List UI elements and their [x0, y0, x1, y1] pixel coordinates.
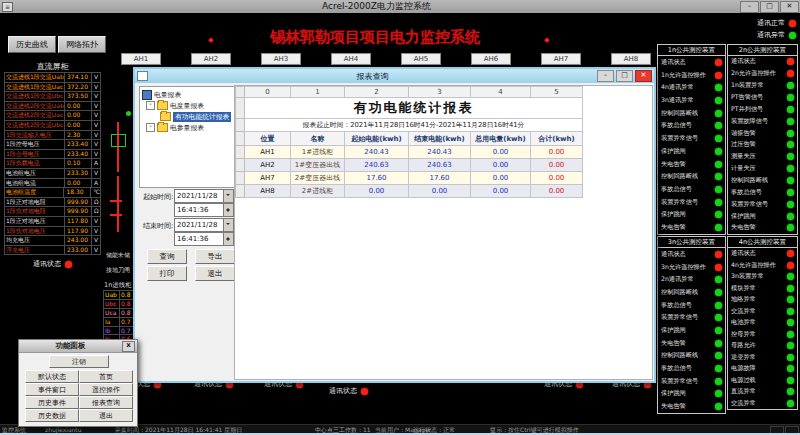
alarm-item[interactable]: 事故总信号 [658, 120, 725, 133]
logout-button[interactable]: 注销 [49, 355, 109, 368]
alarm-item[interactable]: 通讯状态 [728, 248, 797, 260]
report-column-header[interactable]: 总用电量(kwh) [471, 132, 531, 146]
alarm-item[interactable]: 过压告警 [728, 139, 797, 151]
window-close-button[interactable]: ✕ [780, 1, 799, 13]
exit-button[interactable]: 退出 [195, 266, 235, 281]
alarm-item[interactable]: 2n通讯异常 [658, 273, 725, 286]
dropdown-arrow-icon[interactable] [223, 190, 233, 202]
dialog-minimize-button[interactable]: – [597, 70, 614, 82]
spinner-arrows-icon[interactable] [223, 204, 233, 216]
alarm-item[interactable]: 直流异常 [728, 386, 797, 398]
alarm-item[interactable]: 失电告警 [728, 222, 797, 234]
alarm-item[interactable]: 装置异常信号 [658, 375, 725, 388]
report-column-header[interactable]: 起始电能(kwh) [345, 132, 409, 146]
window-maximize-button[interactable]: □ [760, 1, 779, 13]
function-panel-titlebar[interactable]: 功能面板 x [19, 340, 137, 353]
report-column-index[interactable]: 4 [471, 87, 531, 98]
alarm-item[interactable]: PT告警信号 [728, 92, 797, 104]
start-time-spinner[interactable]: 16:41:36 [174, 203, 234, 217]
alarm-item[interactable]: 交流异常 [728, 306, 797, 318]
alarm-item[interactable]: 3n允许遥控操作 [658, 261, 725, 274]
alarm-item[interactable]: 2n允许遥控操作 [728, 68, 797, 80]
alarm-item[interactable]: 3n通讯异常 [658, 94, 725, 107]
report-column-header[interactable]: 位置 [245, 132, 291, 146]
alarm-item[interactable]: 保护跳闸 [728, 210, 797, 222]
function-button-0[interactable]: 默认状态 [25, 370, 79, 383]
alarm-item[interactable]: 1n允许遥控操作 [658, 69, 725, 82]
alarm-item[interactable]: 逆变异常 [728, 352, 797, 364]
dialog-maximize-button[interactable]: □ [616, 70, 633, 82]
network-topology-button[interactable]: 网络拓扑 [58, 36, 106, 53]
function-panel-close-icon[interactable]: x [122, 341, 135, 352]
alarm-item[interactable]: 事故总信号 [728, 186, 797, 198]
report-column-index[interactable]: 1 [291, 87, 345, 98]
alarm-item[interactable]: 通讯状态 [728, 56, 797, 68]
alarm-item[interactable]: 事故总信号 [658, 362, 725, 375]
alarm-item[interactable]: 控制回路断线 [658, 107, 725, 120]
alarm-item[interactable]: 控制回路断线 [728, 175, 797, 187]
alarm-item[interactable]: 电源过载 [728, 375, 797, 387]
tree-node-parameter-reports[interactable]: 电参量报表 [140, 122, 235, 133]
alarm-item[interactable]: 电池异常 [728, 317, 797, 329]
alarm-item[interactable]: 保护跳闸 [658, 324, 725, 337]
function-button-5[interactable]: 报表查询 [79, 396, 133, 409]
report-data-row[interactable]: AH72#变压器出线17.6017.600.000.00 [236, 172, 583, 185]
alarm-item[interactable]: 测量失压 [728, 151, 797, 163]
report-column-header[interactable]: 结束电能(kwh) [409, 132, 471, 146]
report-column-index[interactable]: 0 [245, 87, 291, 98]
report-column-index[interactable]: 5 [531, 87, 583, 98]
alarm-item[interactable]: PT并列信号 [728, 103, 797, 115]
alarm-item[interactable]: 失电告警 [658, 221, 725, 234]
spinner-arrows-icon[interactable] [223, 233, 233, 245]
tree-node-energy-reports[interactable]: 电度量报表 [140, 100, 235, 111]
alarm-item[interactable]: 控母异常 [728, 329, 797, 341]
end-date-combo[interactable]: 2021/11/28 [174, 218, 234, 232]
tree-expand-icon[interactable] [146, 123, 155, 132]
query-button[interactable]: 查询 [147, 249, 187, 264]
alarm-item[interactable]: 事故总信号 [658, 183, 725, 196]
alarm-item[interactable]: 装置异常信号 [728, 198, 797, 210]
alarm-item[interactable]: 地络异常 [728, 294, 797, 306]
alarm-item[interactable]: 交流异常 [728, 398, 797, 410]
alarm-item[interactable]: 4n允许遥控操作 [728, 260, 797, 272]
end-time-spinner[interactable]: 16:41:36 [174, 232, 234, 246]
alarm-item[interactable]: 通讯状态 [658, 248, 725, 261]
function-button-6[interactable]: 历史数据 [25, 409, 79, 422]
alarm-item[interactable]: 4n通讯异常 [658, 81, 725, 94]
function-button-7[interactable]: 退出 [79, 409, 133, 422]
print-button[interactable]: 打印 [147, 266, 187, 281]
alarm-item[interactable]: 母路允许 [728, 340, 797, 352]
alarm-item[interactable]: 1n装置异常 [728, 80, 797, 92]
window-minimize-button[interactable]: – [740, 1, 759, 13]
alarm-item[interactable]: 控制回路断线 [658, 350, 725, 363]
alarm-item[interactable]: 失电告警 [658, 337, 725, 350]
report-column-header[interactable]: 名称 [291, 132, 345, 146]
dialog-close-button[interactable]: ✕ [635, 70, 652, 82]
history-curve-button[interactable]: 历史曲线 [8, 36, 56, 53]
alarm-item[interactable]: 保护跳闸 [658, 388, 725, 401]
alarm-item[interactable]: 装置异常信号 [658, 196, 725, 209]
alarm-item[interactable]: 控制回路断线 [658, 286, 725, 299]
alarm-item[interactable]: 控制回路断线 [658, 170, 725, 183]
start-date-combo[interactable]: 2021/11/28 [174, 189, 234, 203]
alarm-item[interactable]: 通讯状态 [658, 56, 725, 69]
tree-expand-icon[interactable] [146, 101, 155, 110]
alarm-item[interactable]: 3n装置异常 [728, 271, 797, 283]
tree-node-active-energy-report[interactable]: 有功电能统计报表 [140, 111, 235, 122]
function-button-2[interactable]: 事件窗口 [25, 383, 79, 396]
alarm-item[interactable]: 装置异常信号 [658, 132, 725, 145]
alarm-item[interactable]: 模块异常 [728, 283, 797, 295]
report-data-row[interactable]: AH21#变压器出线240.63240.630.000.00 [236, 159, 583, 172]
alarm-item[interactable]: 失电告警 [658, 158, 725, 171]
alarm-item[interactable]: 装置异常信号 [658, 311, 725, 324]
report-data-row[interactable]: AH82#进线柜0.000.000.000.00 [236, 185, 583, 198]
tree-node-root[interactable]: 电量报表 [140, 89, 235, 100]
function-button-4[interactable]: 历史事件 [25, 396, 79, 409]
alarm-item[interactable]: 装置故障信号 [728, 115, 797, 127]
report-column-index[interactable]: 2 [345, 87, 409, 98]
alarm-item[interactable]: 事故总信号 [658, 299, 725, 312]
alarm-item[interactable]: 谐振告警 [728, 127, 797, 139]
export-button[interactable]: 导出 [195, 249, 235, 264]
alarm-item[interactable]: 计量失压 [728, 163, 797, 175]
dropdown-arrow-icon[interactable] [223, 219, 233, 231]
